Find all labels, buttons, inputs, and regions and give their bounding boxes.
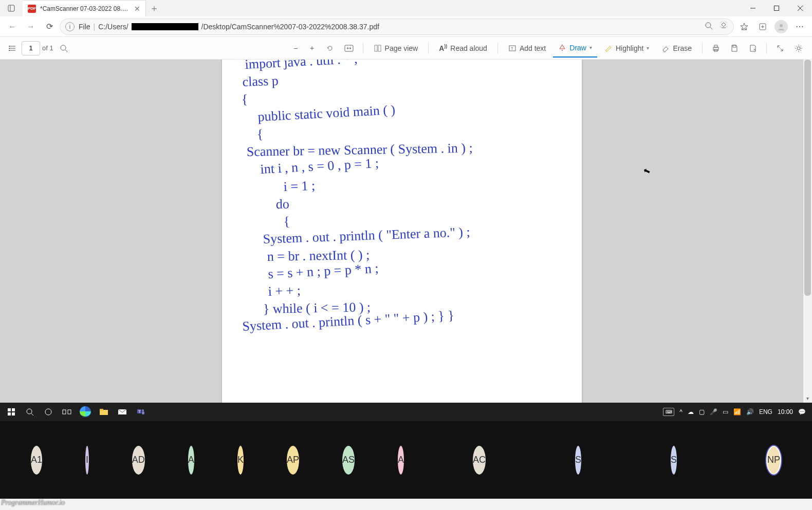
site-info-icon[interactable]: i: [65, 22, 75, 31]
add-text-label: Add text: [520, 44, 546, 52]
participant-avatar[interactable]: A: [188, 446, 194, 475]
taskbar-app-teams[interactable]: T: [132, 403, 150, 421]
save-button[interactable]: [726, 39, 743, 58]
onedrive-icon[interactable]: ☁: [688, 408, 694, 415]
tray-language[interactable]: ENG: [759, 408, 772, 415]
svg-point-6: [706, 23, 711, 28]
svg-point-62: [142, 409, 144, 411]
taskbar-search-icon[interactable]: [21, 403, 39, 421]
reading-mode-icon[interactable]: [719, 21, 728, 32]
nav-refresh-button[interactable]: ⟳: [41, 18, 58, 35]
pdf-contents-button[interactable]: [5, 44, 20, 52]
fit-page-button[interactable]: [340, 39, 358, 58]
tab-close-icon[interactable]: ✕: [134, 5, 140, 13]
fullscreen-button[interactable]: [772, 39, 788, 58]
browser-tabstrip: PDF *CamScanner 07-03-2022 08.38… ✕ ＋: [0, 0, 162, 16]
nav-back-button[interactable]: ←: [4, 18, 21, 35]
touch-keyboard-icon[interactable]: ⌨: [663, 408, 674, 416]
watermark-text: ProgrammerHumor.io: [1, 499, 65, 509]
svg-text:System . out . println ( "Ente: System . out . println ( "Enter a no." )…: [263, 224, 470, 247]
window-close-button[interactable]: [788, 0, 812, 16]
new-tab-button[interactable]: ＋: [146, 0, 162, 16]
pdf-find-button[interactable]: [56, 39, 72, 58]
pdf-page-input[interactable]: [22, 41, 40, 55]
start-button[interactable]: [2, 403, 21, 421]
participant-avatar[interactable]: S: [575, 446, 581, 475]
erase-label: Erase: [673, 44, 692, 52]
taskbar-app-edge[interactable]: [76, 403, 95, 421]
svg-line-20: [65, 50, 67, 52]
svg-rect-57: [100, 410, 108, 415]
rotate-button[interactable]: [322, 39, 338, 58]
pdf-page-total: of 1: [42, 44, 53, 52]
erase-button[interactable]: Erase: [656, 39, 697, 58]
action-center-icon[interactable]: 💬: [798, 408, 806, 415]
participant-avatar[interactable]: AC: [473, 446, 486, 475]
window-minimize-button[interactable]: [741, 0, 765, 16]
tray-expand-icon[interactable]: ^: [679, 408, 682, 415]
microphone-icon[interactable]: 🎤: [710, 408, 717, 415]
print-button[interactable]: [708, 39, 724, 58]
windows-taskbar: T ⌨ ^ ☁ ▢ 🎤 ▭ 📶 🔊 ENG 10:00 💬: [0, 403, 812, 421]
pdf-toolbar: of 1 − ＋ Page view A))Read aloud TAdd te…: [0, 37, 812, 60]
browser-tab-active[interactable]: PDF *CamScanner 07-03-2022 08.38… ✕: [23, 0, 146, 16]
svg-point-26: [562, 50, 563, 51]
svg-text:i + + ;: i + + ;: [268, 283, 301, 299]
draw-label: Draw: [569, 44, 586, 52]
nav-forward-button[interactable]: →: [23, 18, 39, 35]
address-bar[interactable]: i File | C:/Users//Desktop/CamScanner%20…: [60, 18, 734, 35]
read-aloud-label: Read aloud: [450, 44, 487, 52]
find-on-page-icon[interactable]: [705, 22, 713, 31]
svg-text:{: {: [283, 214, 290, 229]
taskbar-app-explorer[interactable]: [95, 403, 113, 421]
pdf-page: import java . util . * ;class p{ public …: [222, 60, 582, 403]
participant-avatar[interactable]: I: [85, 446, 89, 475]
participant-avatar[interactable]: AD: [132, 446, 145, 475]
tray-clock[interactable]: 10:00: [778, 408, 793, 415]
participant-avatar[interactable]: NP: [766, 446, 781, 475]
participant-avatar[interactable]: AP: [287, 446, 299, 475]
participant-avatar[interactable]: A1: [31, 446, 42, 475]
draw-button[interactable]: Draw▾: [553, 39, 597, 58]
page-view-button[interactable]: Page view: [368, 39, 423, 58]
taskbar-app-mail[interactable]: [113, 403, 132, 421]
zoom-in-button[interactable]: ＋: [304, 39, 320, 58]
pdf-settings-button[interactable]: [790, 39, 807, 58]
favorites-button[interactable]: [736, 18, 752, 35]
chevron-down-icon[interactable]: ▾: [647, 45, 649, 51]
svg-rect-3: [774, 6, 779, 11]
pdf-viewport[interactable]: import java . util . * ;class p{ public …: [0, 60, 803, 403]
participant-avatar[interactable]: AS: [342, 446, 355, 475]
collections-button[interactable]: [754, 18, 771, 35]
scrollbar-down-icon[interactable]: ▾: [803, 394, 812, 403]
taskbar-tray: ⌨ ^ ☁ ▢ 🎤 ▭ 📶 🔊 ENG 10:00 💬: [663, 408, 810, 416]
app-menu-button[interactable]: ⋯: [791, 18, 808, 35]
pdf-icon: PDF: [28, 5, 36, 13]
meet-now-icon[interactable]: ▢: [699, 408, 705, 415]
url-text: File | C:/Users//Desktop/CamScanner%2007…: [79, 23, 379, 31]
add-text-button[interactable]: TAdd text: [503, 39, 551, 58]
participant-avatar[interactable]: A: [398, 446, 404, 475]
svg-line-7: [710, 27, 712, 29]
cortana-icon[interactable]: [39, 403, 58, 421]
url-path-pre: C:/Users/: [98, 23, 128, 31]
profile-button[interactable]: [773, 18, 789, 35]
battery-icon[interactable]: ▭: [723, 408, 728, 415]
vertical-scrollbar[interactable]: ▾: [803, 60, 812, 403]
svg-rect-28: [714, 45, 717, 47]
chevron-down-icon[interactable]: ▾: [589, 45, 592, 50]
wifi-icon[interactable]: 📶: [733, 408, 741, 415]
tab-actions-button[interactable]: [0, 0, 23, 16]
participant-avatar[interactable]: K: [237, 446, 244, 475]
zoom-out-button[interactable]: −: [289, 39, 302, 58]
window-maximize-button[interactable]: [765, 0, 788, 16]
read-aloud-button[interactable]: A))Read aloud: [434, 39, 492, 58]
svg-point-52: [27, 409, 32, 414]
svg-rect-51: [12, 412, 15, 415]
save-as-button[interactable]: [745, 39, 761, 58]
task-view-icon[interactable]: [58, 403, 76, 421]
highlight-button[interactable]: Highlight▾: [599, 39, 654, 58]
participant-avatar[interactable]: S: [671, 446, 677, 475]
volume-icon[interactable]: 🔊: [746, 408, 754, 415]
scrollbar-thumb[interactable]: [804, 60, 811, 296]
